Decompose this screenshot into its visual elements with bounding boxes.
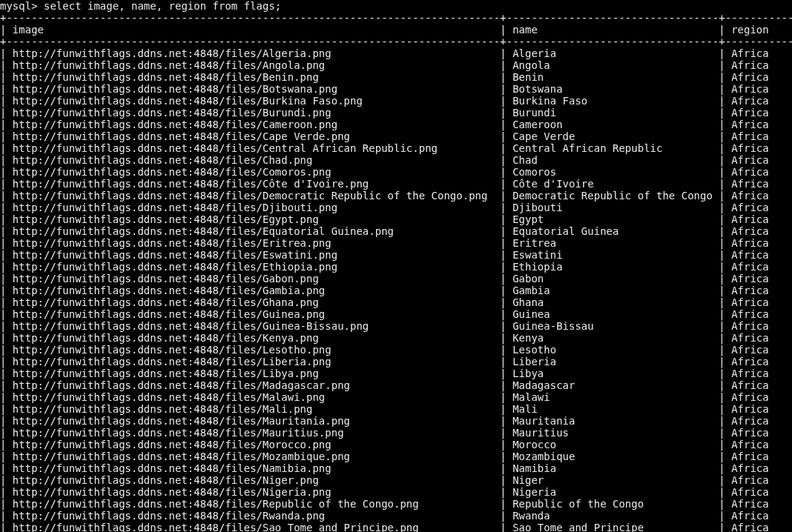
table-row: | http://funwithflags.ddns.net:4848/file…: [0, 486, 792, 498]
table-row: | http://funwithflags.ddns.net:4848/file…: [0, 439, 792, 450]
table-row: | http://funwithflags.ddns.net:4848/file…: [0, 415, 792, 427]
table-row: | http://funwithflags.ddns.net:4848/file…: [0, 130, 792, 142]
table-row: | http://funwithflags.ddns.net:4848/file…: [0, 213, 792, 225]
table-row: | http://funwithflags.ddns.net:4848/file…: [0, 285, 792, 296]
table-row: | http://funwithflags.ddns.net:4848/file…: [0, 368, 792, 379]
table-row: | http://funwithflags.ddns.net:4848/file…: [0, 427, 792, 439]
table-row: | http://funwithflags.ddns.net:4848/file…: [0, 202, 792, 213]
table-row: | http://funwithflags.ddns.net:4848/file…: [0, 107, 792, 119]
table-row: | http://funwithflags.ddns.net:4848/file…: [0, 320, 792, 332]
table-row: | http://funwithflags.ddns.net:4848/file…: [0, 142, 792, 154]
table-row: | http://funwithflags.ddns.net:4848/file…: [0, 237, 792, 249]
table-row: | http://funwithflags.ddns.net:4848/file…: [0, 249, 792, 261]
mysql-prompt-line[interactable]: mysql> select image, name, region from f…: [0, 0, 792, 12]
table-row: | http://funwithflags.ddns.net:4848/file…: [0, 308, 792, 320]
table-row: | http://funwithflags.ddns.net:4848/file…: [0, 190, 792, 202]
table-row: | http://funwithflags.ddns.net:4848/file…: [0, 71, 792, 83]
table-row: | http://funwithflags.ddns.net:4848/file…: [0, 356, 792, 368]
table-row: | http://funwithflags.ddns.net:4848/file…: [0, 450, 792, 462]
table-row: | http://funwithflags.ddns.net:4848/file…: [0, 332, 792, 344]
table-row: | http://funwithflags.ddns.net:4848/file…: [0, 498, 792, 510]
table-row: | http://funwithflags.ddns.net:4848/file…: [0, 225, 792, 237]
table-separator: +---------------------------------------…: [0, 36, 792, 47]
table-row: | http://funwithflags.ddns.net:4848/file…: [0, 119, 792, 130]
table-row: | http://funwithflags.ddns.net:4848/file…: [0, 344, 792, 356]
table-row: | http://funwithflags.ddns.net:4848/file…: [0, 261, 792, 273]
table-row: | http://funwithflags.ddns.net:4848/file…: [0, 379, 792, 391]
table-row: | http://funwithflags.ddns.net:4848/file…: [0, 166, 792, 178]
table-row: | http://funwithflags.ddns.net:4848/file…: [0, 403, 792, 415]
table-row: | http://funwithflags.ddns.net:4848/file…: [0, 178, 792, 190]
table-row: | http://funwithflags.ddns.net:4848/file…: [0, 522, 792, 532]
table-row: | http://funwithflags.ddns.net:4848/file…: [0, 95, 792, 107]
table-row: | http://funwithflags.ddns.net:4848/file…: [0, 83, 792, 95]
terminal-output[interactable]: mysql> select image, name, region from f…: [0, 0, 792, 532]
table-row: | http://funwithflags.ddns.net:4848/file…: [0, 296, 792, 308]
table-row: | http://funwithflags.ddns.net:4848/file…: [0, 462, 792, 474]
table-row: | http://funwithflags.ddns.net:4848/file…: [0, 391, 792, 403]
table-row: | http://funwithflags.ddns.net:4848/file…: [0, 273, 792, 285]
table-row: | http://funwithflags.ddns.net:4848/file…: [0, 474, 792, 486]
table-separator: +---------------------------------------…: [0, 12, 792, 24]
table-row: | http://funwithflags.ddns.net:4848/file…: [0, 59, 792, 71]
table-row: | http://funwithflags.ddns.net:4848/file…: [0, 510, 792, 522]
table-row: | http://funwithflags.ddns.net:4848/file…: [0, 47, 792, 59]
table-row: | http://funwithflags.ddns.net:4848/file…: [0, 154, 792, 166]
table-header-row: | image | name | region |: [0, 24, 792, 36]
